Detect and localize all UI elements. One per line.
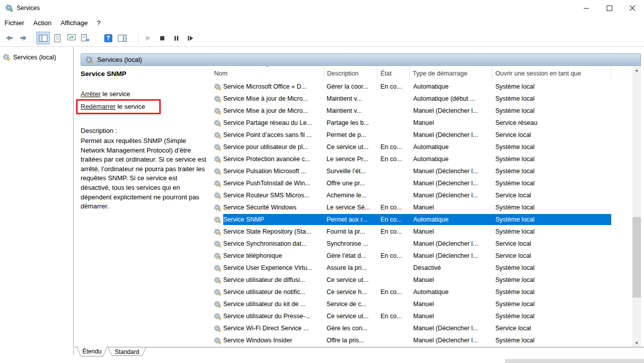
scrollbar-thumb[interactable]: [632, 217, 641, 298]
table-row[interactable]: Service Windows Insider Offre la pris...…: [212, 334, 632, 346]
table-row[interactable]: Service SNMP Permet aux r... En co... Au…: [212, 213, 632, 226]
table-row[interactable]: Service Mise à jour de Micro... Maintien…: [212, 93, 632, 105]
service-logon: Système local: [492, 156, 611, 163]
table-row[interactable]: Service Sécurité Windows Le service Sé..…: [212, 201, 632, 213]
service-name: Service Protection avancée c...: [223, 156, 324, 163]
table-row-body: Service utilisateur de notific... Ce ser…: [223, 286, 611, 298]
column-header-type-demarrage[interactable]: Type de démarrage: [410, 66, 492, 81]
service-description: Ce service ut...: [324, 313, 377, 320]
table-row-body: Service utilisateur de diffusi... Ce ser…: [223, 274, 611, 285]
view-tab-standard[interactable]: Standard: [108, 347, 146, 356]
service-logon: Système local: [492, 264, 611, 271]
minimize-button[interactable]: [574, 0, 598, 16]
table-row[interactable]: Service User Experience Virtu... Assure …: [212, 262, 632, 274]
stop-service-button[interactable]: [155, 32, 169, 44]
table-row[interactable]: Service utilisateur de notific... Ce ser…: [212, 286, 632, 298]
service-name: Service User Experience Virtu...: [223, 264, 324, 271]
service-startup-type: Manuel (Déclencher l...: [410, 252, 492, 259]
table-row[interactable]: Service Wi-Fi Direct Service ... Gère le…: [212, 322, 632, 334]
sort-ascending-icon: ^: [262, 66, 272, 70]
panel-header: Services (local): [81, 53, 641, 66]
service-gear-icon: [212, 156, 223, 163]
service-name: Service Partage réseau du Le...: [223, 119, 324, 126]
table-row[interactable]: Service Mise à jour de Micro... Maintien…: [212, 105, 632, 117]
toolbar-separator: [33, 33, 34, 43]
show-console-tree-button[interactable]: [36, 32, 50, 44]
view-tab-etendu[interactable]: Étendu: [77, 346, 107, 356]
forward-button[interactable]: [17, 32, 30, 44]
service-state: En co...: [377, 156, 410, 163]
service-name: Service State Repository (Sta...: [223, 228, 324, 235]
service-description: Maintient v...: [324, 107, 377, 114]
table-row[interactable]: Service utilisateur de diffusi... Ce ser…: [212, 274, 632, 286]
back-button[interactable]: [3, 32, 16, 44]
menu-fichier[interactable]: Fichier: [0, 17, 29, 29]
scroll-up-button[interactable]: ▲: [632, 66, 641, 75]
export-list-button[interactable]: [79, 32, 92, 44]
service-gear-icon: [212, 131, 223, 139]
minimize-icon: [584, 6, 589, 11]
table-row-body: Service Routeur SMS Micros... Achemine l…: [223, 190, 611, 201]
table-row[interactable]: Service Point d’accès sans fil ... Perme…: [212, 129, 632, 141]
service-state: En co...: [377, 228, 410, 235]
table-row[interactable]: Service Microsoft Office « D... Gérer la…: [212, 81, 632, 93]
service-startup-type: Manuel: [410, 228, 492, 235]
service-state: En co...: [377, 313, 410, 320]
properties-button[interactable]: [50, 32, 64, 44]
refresh-button[interactable]: [65, 32, 78, 44]
maximize-button[interactable]: [598, 0, 621, 16]
tree-item-label: Services (local): [13, 54, 56, 61]
start-service-button[interactable]: [141, 32, 155, 44]
table-row[interactable]: Service pour utilisateur de pl... Ce ser…: [212, 141, 632, 153]
service-gear-icon: [212, 276, 223, 284]
service-description: Gère les con...: [324, 325, 377, 332]
service-logon: Système local: [492, 95, 611, 102]
table-row[interactable]: Service Protection avancée c... Le servi…: [212, 153, 632, 165]
tree-item-services-local[interactable]: Services (local): [0, 53, 73, 61]
services-node-icon: [3, 53, 10, 61]
toolbar-separator: [138, 33, 139, 43]
column-header-etat[interactable]: État: [377, 66, 410, 81]
action-pane-button[interactable]: [115, 32, 129, 44]
pause-service-button[interactable]: [169, 32, 183, 44]
service-name: Service pour utilisateur de pl...: [223, 143, 324, 151]
service-state: En co...: [377, 252, 410, 259]
column-header-session[interactable]: Ouvrir une session en tant que: [492, 66, 611, 81]
table-row-body: Service utilisateur du Presse-... Ce ser…: [223, 311, 611, 322]
service-gear-icon: [212, 301, 223, 308]
close-button[interactable]: [621, 0, 644, 16]
menu-action[interactable]: Action: [29, 17, 56, 29]
stop-service-link[interactable]: Arrêter: [81, 90, 101, 98]
action-pane-icon: [118, 35, 126, 42]
service-description: Permet de p...: [324, 131, 377, 138]
menu-help[interactable]: ?: [92, 17, 105, 29]
table-row[interactable]: Service State Repository (Sta... Fournit…: [212, 226, 632, 238]
console-tree-panel: Services (local): [0, 47, 74, 355]
restart-service-button[interactable]: [183, 32, 197, 44]
table-row[interactable]: Service Pulsation Microsoft ... Surveill…: [212, 165, 632, 177]
service-name: Service Sécurité Windows: [223, 204, 324, 211]
table-row[interactable]: Service Routeur SMS Micros... Achemine l…: [212, 189, 632, 201]
service-gear-icon: [212, 204, 223, 211]
service-gear-icon: [212, 288, 223, 296]
table-row[interactable]: Service utilisateur du kit de ... Servic…: [212, 298, 632, 310]
restart-service-icon: [186, 35, 194, 42]
service-name: Service utilisateur du Presse-...: [223, 313, 324, 320]
service-description: Synchronise ...: [324, 240, 377, 247]
vertical-scrollbar[interactable]: ▲ ▼: [632, 66, 641, 347]
table-row[interactable]: Service téléphonique Gère l’état d... En…: [212, 250, 632, 262]
menu-affichage[interactable]: Affichage: [56, 17, 92, 29]
service-name: Service Mise à jour de Micro...: [223, 95, 324, 102]
stop-service-suffix: le service: [101, 90, 131, 98]
column-header-description[interactable]: Description: [324, 66, 377, 81]
table-row[interactable]: Service utilisateur du Presse-... Ce ser…: [212, 310, 632, 322]
selected-service-title: Service SNMP: [81, 70, 212, 78]
service-name: Service Microsoft Office « D...: [223, 83, 324, 90]
restart-service-link[interactable]: Redémarrer: [81, 103, 115, 110]
tab-label-etendu: Étendu: [77, 346, 107, 356]
table-row[interactable]: Service PushToInstall de Win... Offre un…: [212, 177, 632, 189]
help-button[interactable]: ?: [101, 32, 115, 44]
table-row[interactable]: Service Synchronisation dat... Synchroni…: [212, 238, 632, 250]
scroll-down-button[interactable]: ▼: [632, 339, 641, 347]
table-row[interactable]: Service Partage réseau du Le... Partage …: [212, 117, 632, 129]
